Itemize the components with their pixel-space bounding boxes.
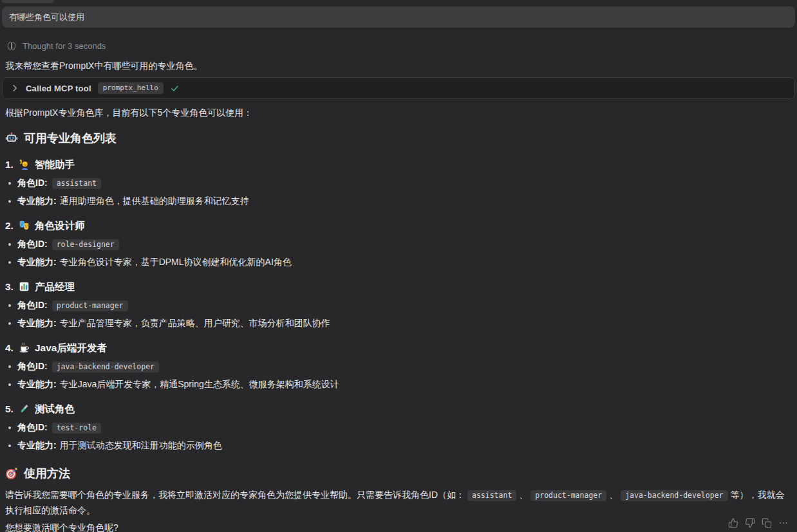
mcp-tool-call[interactable]: Called MCP tool promptx_hello <box>2 77 795 99</box>
role-id-label: 角色ID: <box>17 422 48 432</box>
bullet-dot <box>8 322 11 325</box>
role-name: 测试角色 <box>35 403 75 414</box>
role-name: 产品经理 <box>35 281 75 292</box>
thinking-toggle[interactable]: Thought for 3 seconds <box>6 41 106 51</box>
assistant-intro-text: 我来帮您查看PromptX中有哪些可用的专业角色。 <box>5 60 792 71</box>
user-message-text: 有哪些角色可以使用 <box>9 12 84 23</box>
separator: 、 <box>609 490 618 500</box>
performing-arts-emoji <box>19 220 30 231</box>
tool-call-label: Called MCP tool <box>26 84 91 93</box>
bullet-dot <box>8 304 11 307</box>
role-number: 5. <box>5 403 14 414</box>
separator: 、 <box>519 490 528 500</box>
bar-chart-emoji <box>19 281 30 292</box>
role-id-value: product-manager <box>52 300 128 311</box>
role-ability-row: 专业能力:专业Java后端开发专家，精通Spring生态系统、微服务架构和系统设… <box>8 379 792 390</box>
role-heading-java-backend-developer: 4. Java后端开发者 <box>5 342 792 353</box>
role-properties: 角色ID:assistant 专业能力:通用助理角色，提供基础的助理服务和记忆支… <box>0 178 797 206</box>
role-id-label: 角色ID: <box>17 361 48 371</box>
bullet-dot <box>8 365 11 368</box>
copy-button[interactable] <box>762 518 772 528</box>
role-properties: 角色ID:test-role 专业能力:用于测试动态发现和注册功能的示例角色 <box>0 422 797 451</box>
role-number: 3. <box>5 281 14 292</box>
role-ability-text: 专业产品管理专家，负责产品策略、用户研究、市场分析和团队协作 <box>60 318 330 328</box>
brain-icon <box>6 41 17 51</box>
thumbs-up-button[interactable] <box>728 518 738 528</box>
role-ability-label: 专业能力: <box>17 440 57 450</box>
role-id-value: role-designer <box>52 239 119 250</box>
role-ability-text: 专业Java后端开发专家，精通Spring生态系统、微服务架构和系统设计 <box>60 379 339 389</box>
role-id-label: 角色ID: <box>17 300 48 310</box>
role-id-label: 角色ID: <box>17 178 48 188</box>
role-id-row: 角色ID:java-backend-developer <box>8 361 792 372</box>
test-tube-emoji <box>19 403 30 414</box>
roles-section-title: 可用专业角色列表 <box>24 131 117 145</box>
role-ability-row: 专业能力:用于测试动态发现和注册功能的示例角色 <box>8 440 792 451</box>
role-name: 智能助手 <box>35 159 75 170</box>
inline-code-java-backend-developer: java-backend-developer <box>621 490 727 501</box>
closing-question: 您想要激活哪个专业角色呢? <box>5 522 792 532</box>
role-id-value: test-role <box>52 423 101 434</box>
bullet-dot <box>8 182 11 185</box>
bullet-dot <box>8 383 11 386</box>
role-ability-label: 专业能力: <box>17 318 57 328</box>
role-number: 2. <box>5 220 14 231</box>
role-id-row: 角色ID:test-role <box>8 422 792 434</box>
more-options-button[interactable] <box>778 518 789 528</box>
tool-name-badge: promptx_hello <box>98 82 164 94</box>
role-properties: 角色ID:java-backend-developer 专业能力:专业Java后… <box>0 361 797 390</box>
coffee-emoji <box>19 342 30 353</box>
usage-instructions: 请告诉我您需要哪个角色的专业服务，我将立即激活对应的专家角色为您提供专业帮助。只… <box>5 488 792 518</box>
role-ability-text: 用于测试动态发现和注册功能的示例角色 <box>60 440 222 450</box>
bullet-dot <box>8 427 11 429</box>
role-ability-row: 专业能力:专业产品管理专家，负责产品策略、用户研究、市场分析和团队协作 <box>8 318 792 329</box>
role-id-row: 角色ID:role-designer <box>8 239 792 250</box>
role-number: 1. <box>5 159 14 170</box>
usage-text-before: 请告诉我您需要哪个角色的专业服务，我将立即激活对应的专家角色为您提供专业帮助。只… <box>5 490 465 500</box>
role-heading-test-role: 5. 测试角色 <box>5 403 792 414</box>
role-id-label: 角色ID: <box>17 239 48 249</box>
role-heading-assistant: 1. 智能助手 <box>5 159 792 170</box>
role-ability-row: 专业能力:通用助理角色，提供基础的助理服务和记忆支持 <box>8 196 792 206</box>
bullet-dot <box>8 200 11 203</box>
role-ability-label: 专业能力: <box>17 379 57 389</box>
role-id-row: 角色ID:assistant <box>8 178 792 189</box>
usage-section-heading: 使用方法 <box>5 466 792 481</box>
role-id-row: 角色ID:product-manager <box>8 300 792 311</box>
role-ability-row: 专业能力:专业角色设计专家，基于DPML协议创建和优化新的AI角色 <box>8 257 792 268</box>
chevron-right-icon <box>10 84 19 93</box>
robot-emoji <box>5 132 18 145</box>
thinking-label: Thought for 3 seconds <box>23 41 106 51</box>
role-properties: 角色ID:product-manager 专业能力:专业产品管理专家，负责产品策… <box>0 300 797 329</box>
role-properties: 角色ID:role-designer 专业能力:专业角色设计专家，基于DPML协… <box>0 239 797 268</box>
role-name: Java后端开发者 <box>35 342 107 353</box>
lead-text: 根据PromptX专业角色库，目前有以下5个专业角色可以使用： <box>5 107 792 118</box>
inline-code-product-manager: product-manager <box>530 490 606 501</box>
role-ability-text: 专业角色设计专家，基于DPML协议创建和优化新的AI角色 <box>60 257 292 267</box>
role-heading-role-designer: 2. 角色设计师 <box>5 220 792 231</box>
thumbs-down-button[interactable] <box>745 518 755 528</box>
role-id-value: java-backend-developer <box>52 362 159 372</box>
usage-section-title: 使用方法 <box>24 466 70 481</box>
message-action-bar <box>728 518 789 528</box>
role-name: 角色设计师 <box>35 220 85 231</box>
inline-code-assistant: assistant <box>467 490 516 501</box>
dart-target-emoji <box>5 467 18 480</box>
bullet-dot <box>8 261 11 264</box>
role-number: 4. <box>5 342 14 353</box>
role-ability-label: 专业能力: <box>17 257 57 267</box>
raising-hand-emoji <box>19 159 30 170</box>
role-ability-text: 通用助理角色，提供基础的助理服务和记忆支持 <box>60 196 249 206</box>
check-icon <box>170 84 180 93</box>
role-heading-product-manager: 3. 产品经理 <box>5 281 792 292</box>
previous-message-remnant <box>1 0 54 3</box>
role-id-value: assistant <box>52 178 101 189</box>
user-message-bubble: 有哪些角色可以使用 <box>2 6 795 28</box>
bullet-dot <box>8 243 11 246</box>
role-ability-label: 专业能力: <box>17 196 57 206</box>
roles-section-heading: 可用专业角色列表 <box>5 131 792 145</box>
bullet-dot <box>8 445 11 447</box>
